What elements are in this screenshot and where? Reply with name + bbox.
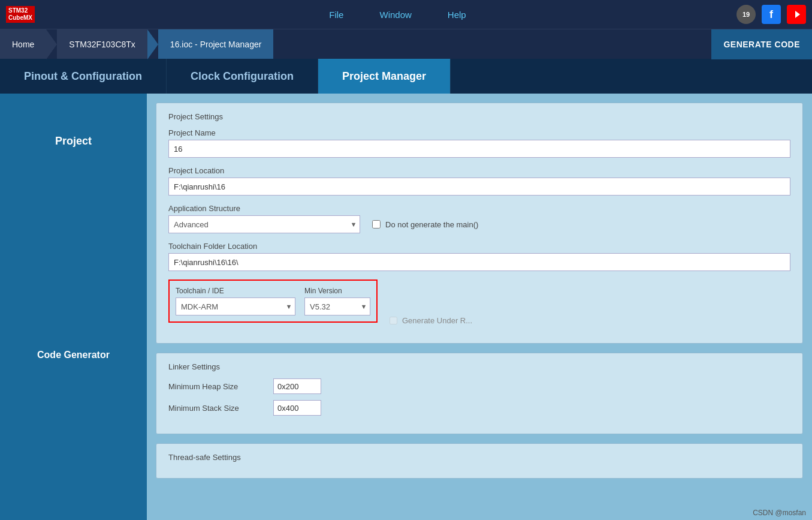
- toolchain-ide-label: Toolchain / IDE: [176, 287, 295, 295]
- min-stack-label: Minimum Stack Size: [168, 404, 264, 413]
- toolchain-ide-select[interactable]: MDK-ARM STM32CubeIDE Makefile: [176, 297, 295, 315]
- menu-window[interactable]: Window: [379, 10, 411, 20]
- project-name-input[interactable]: [168, 140, 790, 158]
- toolchain-folder-group: Toolchain Folder Location: [168, 242, 790, 271]
- menu-items: File Window Help: [59, 10, 736, 20]
- app-structure-select[interactable]: Advanced Basic: [168, 215, 360, 233]
- menu-help[interactable]: Help: [448, 10, 466, 20]
- generate-under-checkbox: [390, 317, 397, 324]
- do-not-generate-text: Do not generate the main(): [385, 220, 478, 229]
- app-structure-group: Application Structure Advanced Basic ▾ D…: [168, 204, 790, 233]
- linker-settings-panel: Linker Settings Minimum Heap Size Minimu…: [156, 353, 803, 434]
- generate-code-button[interactable]: GENERATE CODE: [711, 29, 812, 59]
- content-area: Project Settings Project Name Project Lo…: [147, 94, 812, 520]
- min-version-label: Min Version: [304, 287, 370, 295]
- logo-area: STM32CubeMX: [6, 6, 35, 23]
- toolchain-ide-area: Toolchain / IDE MDK-ARM STM32CubeIDE Mak…: [168, 279, 790, 331]
- project-name-group: Project Name: [168, 128, 790, 158]
- menu-file[interactable]: File: [329, 10, 343, 20]
- min-stack-row: Minimum Stack Size: [168, 400, 790, 416]
- min-stack-input[interactable]: [273, 400, 321, 416]
- linker-settings-title: Linker Settings: [168, 362, 790, 371]
- thread-safe-panel: Thread-safe Settings: [156, 443, 803, 479]
- toolchain-ide-box: Toolchain / IDE MDK-ARM STM32CubeIDE Mak…: [168, 279, 378, 323]
- breadcrumb-home[interactable]: Home: [0, 29, 46, 59]
- tab-clock[interactable]: Clock Configuration: [167, 59, 318, 94]
- sidebar-codegen-label: Code Generator: [37, 350, 110, 360]
- logo-box: STM32CubeMX: [6, 6, 35, 23]
- min-version-select-wrapper: V5.32 V5.27 V5.26 ▾: [304, 297, 370, 315]
- toolchain-folder-input[interactable]: [168, 253, 790, 271]
- main-layout: Project Code Generator Project Settings …: [0, 94, 812, 520]
- project-location-group: Project Location: [168, 166, 790, 196]
- generate-under-row: Generate Under R...: [390, 310, 472, 331]
- generate-under-label: Generate Under R...: [402, 316, 472, 325]
- tab-project-manager[interactable]: Project Manager: [318, 59, 451, 94]
- menu-bar: STM32CubeMX File Window Help 19 f: [0, 0, 812, 29]
- do-not-generate-label: Do not generate the main(): [372, 220, 478, 229]
- project-settings-panel: Project Settings Project Name Project Lo…: [156, 103, 803, 344]
- app-structure-select-wrapper: Advanced Basic ▾: [168, 215, 360, 233]
- min-heap-label: Minimum Heap Size: [168, 382, 264, 391]
- project-location-input[interactable]: [168, 178, 790, 196]
- breadcrumb-chip[interactable]: STM32F103C8Tx: [57, 29, 147, 59]
- project-location-label: Project Location: [168, 166, 790, 175]
- sidebar: Project Code Generator: [0, 94, 147, 520]
- min-heap-row: Minimum Heap Size: [168, 378, 790, 394]
- breadcrumb-bar: Home STM32F103C8Tx 16.ioc - Project Mana…: [0, 29, 812, 59]
- breadcrumb-project[interactable]: 16.ioc - Project Manager: [158, 29, 274, 59]
- tab-pinout[interactable]: Pinout & Configuration: [0, 59, 167, 94]
- app-structure-row: Advanced Basic ▾ Do not generate the mai…: [168, 215, 790, 233]
- user-icon[interactable]: 19: [736, 5, 756, 24]
- toolchain-ide-col: Toolchain / IDE MDK-ARM STM32CubeIDE Mak…: [176, 287, 295, 315]
- toolchain-ide-select-wrapper: MDK-ARM STM32CubeIDE Makefile ▾: [176, 297, 295, 315]
- breadcrumb-arrow-1: [46, 29, 57, 59]
- breadcrumb-arrow-2: [147, 29, 158, 59]
- sidebar-section-project[interactable]: Project: [0, 94, 147, 190]
- app-structure-label: Application Structure: [168, 204, 790, 213]
- min-version-select[interactable]: V5.32 V5.27 V5.26: [304, 297, 370, 315]
- thread-safe-title: Thread-safe Settings: [168, 453, 790, 462]
- project-name-label: Project Name: [168, 128, 790, 137]
- svg-marker-0: [795, 11, 800, 18]
- toolchain-folder-label: Toolchain Folder Location: [168, 242, 790, 251]
- watermark: CSDN @mosfan: [753, 509, 806, 517]
- facebook-icon[interactable]: f: [762, 5, 781, 24]
- menu-right: 19 f: [736, 5, 806, 24]
- sidebar-section-codegen[interactable]: Code Generator: [0, 190, 147, 520]
- do-not-generate-checkbox[interactable]: [372, 220, 381, 229]
- min-heap-input[interactable]: [273, 378, 321, 394]
- min-version-col: Min Version V5.32 V5.27 V5.26 ▾: [304, 287, 370, 315]
- youtube-icon[interactable]: [787, 5, 806, 24]
- project-settings-title: Project Settings: [168, 112, 790, 121]
- tab-bar: Pinout & Configuration Clock Configurati…: [0, 59, 812, 94]
